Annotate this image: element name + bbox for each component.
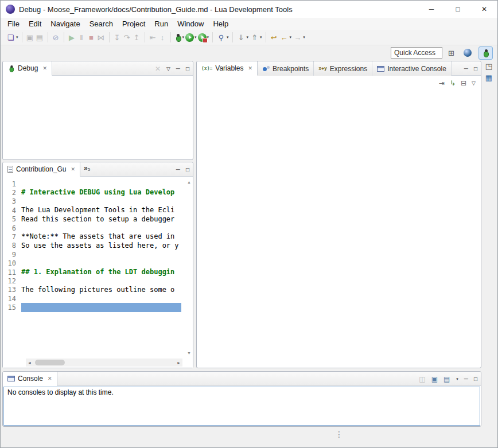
close-tab-icon[interactable]: ✕ <box>48 376 52 381</box>
horizontal-scrollbar[interactable]: ◄ ► <box>26 359 182 367</box>
dropdown-arrow-icon[interactable]: ▾ <box>290 35 292 40</box>
dropdown-arrow-icon[interactable]: ▾ <box>16 35 18 40</box>
dropdown-arrow-icon[interactable]: ▾ <box>182 35 185 40</box>
search-button[interactable]: ⚲ ▾ <box>216 32 229 43</box>
run-button[interactable]: ▾ <box>185 33 197 42</box>
skip-breakpoints-icon[interactable]: ⊘ <box>51 32 61 43</box>
pin-console-icon[interactable]: ◫ <box>419 376 425 383</box>
tab-variables[interactable]: (x)= Variables ✕ <box>197 61 258 76</box>
close-button[interactable]: ✕ <box>471 1 497 18</box>
close-tab-icon[interactable]: ✕ <box>248 65 252 71</box>
editor-text-area[interactable]: 12# Interactive DEBUG using Lua Develop3… <box>3 177 193 368</box>
menu-file[interactable]: File <box>3 18 24 29</box>
sash-drag-handle[interactable]: ⋮ <box>335 430 343 439</box>
editor-line[interactable]: 1 <box>3 180 193 188</box>
debug-perspective-button[interactable] <box>478 46 493 60</box>
menu-help[interactable]: Help <box>208 18 233 29</box>
save-all-icon[interactable]: ▤ <box>35 32 45 43</box>
scroll-right-icon[interactable]: ► <box>175 361 182 365</box>
scroll-left-icon[interactable]: ◄ <box>26 361 33 365</box>
view-menu-icon[interactable]: ▽ <box>166 66 170 72</box>
dropdown-arrow-icon[interactable]: ▾ <box>303 35 305 40</box>
editor-line[interactable]: 6 <box>3 224 193 232</box>
drop-to-frame-icon[interactable]: ⇤ <box>148 32 158 43</box>
show-type-names-icon[interactable]: ⇥ <box>439 79 445 87</box>
editor-line[interactable]: 2# Interactive DEBUG using Lua Develop <box>3 188 193 197</box>
maximize-button[interactable]: □ <box>445 1 471 18</box>
maximize-panel-icon[interactable]: □ <box>186 65 189 72</box>
editor-line[interactable]: 9 <box>3 250 193 259</box>
scrollbar-thumb[interactable] <box>35 360 65 365</box>
ldt-perspective-button[interactable] <box>460 46 474 60</box>
scroll-up-icon[interactable]: ▲ <box>187 180 191 184</box>
save-icon[interactable]: ▣ <box>25 32 35 43</box>
editor-line[interactable]: 5Read this section to setup a debugger <box>3 215 193 224</box>
minimize-panel-icon[interactable]: ─ <box>464 376 468 382</box>
tab-contribution-guide[interactable]: Contribution_Gu ✕ <box>3 162 80 177</box>
menu-search[interactable]: Search <box>85 18 118 29</box>
new-wizard-button[interactable]: ❏ ▾ <box>6 32 18 43</box>
editor-overflow-chevron[interactable]: » 5 <box>80 162 94 176</box>
display-selected-console-icon[interactable]: ▣ <box>431 376 438 383</box>
editor-line[interactable]: 15 <box>3 303 193 311</box>
disconnect-icon[interactable]: ⋈ <box>96 32 106 43</box>
tab-debug-view[interactable]: Debug ✕ <box>3 61 52 76</box>
back-button[interactable]: ← ▾ <box>279 32 292 43</box>
menu-run[interactable]: Run <box>150 18 173 29</box>
editor-line[interactable]: 11## 1. Explanation of the LDT debuggin <box>3 268 193 276</box>
editor-line[interactable]: 14 <box>3 294 193 303</box>
editor-line[interactable]: 4The Lua Development Tools in the Ecli <box>3 206 193 215</box>
quick-access-box[interactable]: Quick Access <box>391 47 442 59</box>
console-output[interactable]: No consoles to display at this time. <box>3 387 480 426</box>
forward-button[interactable]: → ▾ <box>293 32 305 43</box>
minimize-panel-icon[interactable]: ─ <box>176 65 180 72</box>
terminate-icon[interactable]: ■ <box>87 32 96 43</box>
remove-terminated-icon[interactable]: ✕ <box>155 65 161 72</box>
collapse-all-icon[interactable]: ⊟ <box>461 79 466 87</box>
scroll-down-icon[interactable]: ▼ <box>187 351 191 355</box>
maximize-panel-icon[interactable]: □ <box>186 166 189 173</box>
dropdown-arrow-icon[interactable]: ▾ <box>247 35 249 40</box>
restore-view-icon[interactable]: ◳ <box>485 63 492 70</box>
external-tools-button[interactable]: ▾ <box>198 33 209 42</box>
editor-line[interactable]: 7**Note:** The assets that are used in <box>3 232 193 241</box>
step-into-icon[interactable]: ↧ <box>112 32 122 43</box>
editor-line[interactable]: 10 <box>3 259 193 268</box>
tab-console[interactable]: Console ✕ <box>3 372 57 386</box>
menu-project[interactable]: Project <box>118 18 150 29</box>
view-menu-icon[interactable]: ▽ <box>472 80 476 86</box>
step-over-icon[interactable]: ↷ <box>122 32 132 43</box>
dropdown-arrow-icon[interactable]: ▾ <box>260 35 262 40</box>
editor-line[interactable]: 12 <box>3 276 193 285</box>
maximize-panel-icon[interactable]: □ <box>474 65 477 72</box>
last-edit-location-icon[interactable]: ↩ <box>269 32 279 43</box>
tab-breakpoints[interactable]: Breakpoints <box>258 61 314 76</box>
tab-interactive-console[interactable]: Interactive Console <box>372 61 452 76</box>
suspend-icon[interactable]: ‖ <box>77 32 87 43</box>
use-step-filters-icon[interactable]: ↕ <box>158 32 168 43</box>
open-console-icon[interactable]: ▤ <box>443 376 450 383</box>
editor-line[interactable]: 3 <box>3 197 193 206</box>
show-logical-structures-icon[interactable]: ↳ <box>450 79 456 87</box>
tab-expressions[interactable]: x+y Expressions <box>314 61 372 76</box>
next-annotation-button[interactable]: ⇓ ▾ <box>236 32 249 43</box>
maximize-panel-icon[interactable]: □ <box>474 376 477 382</box>
menu-window[interactable]: Window <box>173 18 208 29</box>
dropdown-arrow-icon[interactable]: ▾ <box>194 35 197 40</box>
minimize-panel-icon[interactable]: ─ <box>464 65 468 72</box>
minimize-panel-icon[interactable]: ─ <box>176 166 180 173</box>
editor-line[interactable]: 8So use the assets as listed here, or y <box>3 241 193 250</box>
minimize-button[interactable]: ─ <box>418 1 445 18</box>
dropdown-arrow-icon[interactable]: ▾ <box>227 35 229 40</box>
open-perspective-icon[interactable]: ⊞ <box>446 47 456 59</box>
dropdown-arrow-icon[interactable]: ▾ <box>456 377 458 381</box>
editor-line[interactable]: 13The following pictures outline some o <box>3 286 193 294</box>
menu-edit[interactable]: Edit <box>24 18 46 29</box>
menu-navigate[interactable]: Navigate <box>46 18 84 29</box>
step-return-icon[interactable]: ↥ <box>132 32 142 43</box>
close-tab-icon[interactable]: ✕ <box>71 166 75 172</box>
close-tab-icon[interactable]: ✕ <box>42 65 47 71</box>
debug-button[interactable]: ▾ <box>174 33 185 41</box>
previous-annotation-button[interactable]: ⇑ ▾ <box>250 32 262 43</box>
minimized-view-grid-icon[interactable]: ▦ <box>485 74 492 81</box>
